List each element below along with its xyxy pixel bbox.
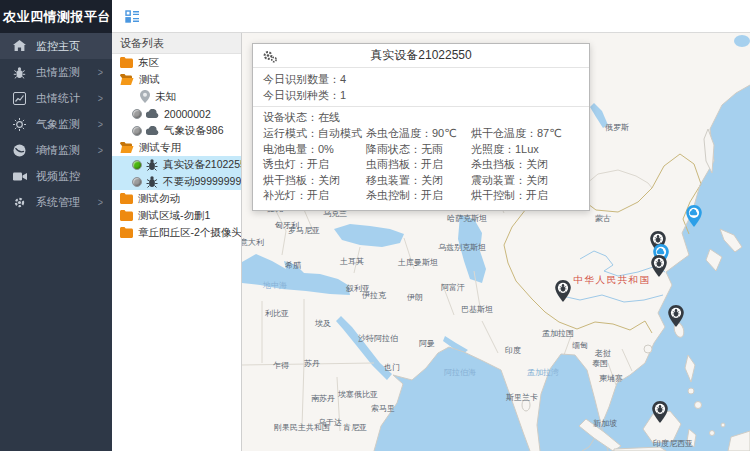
device-settings-gears-icon[interactable]: [262, 49, 278, 64]
device-tree-label: 未知: [155, 90, 176, 104]
popup-telemetry-cell: 补光灯：开启: [263, 188, 366, 204]
device-tree-label: 测试: [139, 73, 160, 87]
popup-telemetry-grid: 运行模式：自动模式杀虫仓温度：90℃烘干仓温度：87℃电池电量：0%降雨状态：无…: [253, 125, 589, 210]
sidebar: 农业四情测报平台 监控主页虫情监测>虫情统计>气象监测>墒情监测>视频监控系统管…: [0, 0, 112, 451]
app-title: 农业四情测报平台: [0, 0, 112, 33]
popup-telemetry-cell: 移虫装置：关闭: [366, 173, 471, 189]
device-tree-label: 20000002: [164, 108, 211, 120]
sidebar-item-gear[interactable]: 系统管理>: [0, 189, 112, 215]
sidebar-item-bug[interactable]: 虫情监测>: [0, 59, 112, 85]
status-gray-dot: [132, 109, 142, 119]
cloud-icon: [146, 109, 159, 118]
folder-open-icon: [120, 74, 134, 85]
sidebar-item-camera[interactable]: 视频监控: [0, 163, 112, 189]
weather-device-marker[interactable]: [686, 205, 702, 227]
bug-icon: [146, 175, 158, 188]
camera-icon: [12, 171, 27, 182]
chevron-right-icon: >: [98, 144, 103, 157]
sidebar-item-label: 虫情统计: [36, 91, 80, 106]
cloud-icon: [146, 126, 159, 135]
list-layout-icon[interactable]: [125, 10, 140, 23]
popup-telemetry-cell: 光照度：1Lux: [471, 142, 579, 158]
sidebar-item-home[interactable]: 监控主页: [0, 33, 112, 59]
device-info-popup: 真实设备21022550 今日识别数量：4今日识别种类：1 设备状态：在线 运行…: [252, 43, 590, 211]
app-window: 农业四情测报平台 监控主页虫情监测>虫情统计>气象监测>墒情监测>视频监控系统管…: [0, 0, 750, 451]
device-tree-row[interactable]: 章丘阳丘区-2个摄像头: [112, 224, 241, 241]
popup-telemetry-cell: 烘干仓温度：87℃: [471, 126, 579, 142]
sidebar-item-label: 虫情监测: [36, 65, 80, 80]
chevron-right-icon: >: [98, 66, 103, 79]
popup-device-title: 真实设备21022550: [370, 47, 471, 64]
device-list-header: 设备列表: [112, 33, 241, 54]
chevron-right-icon: >: [98, 118, 103, 131]
device-tree-label: 测试勿动: [138, 192, 180, 206]
insect-device-marker[interactable]: [651, 255, 667, 277]
chevron-right-icon: >: [98, 196, 103, 209]
device-tree-label: 东区: [138, 56, 159, 70]
sidebar-item-label: 墒情监测: [36, 143, 80, 158]
insect-device-marker[interactable]: [652, 401, 668, 423]
device-tree-row[interactable]: 测试: [112, 71, 241, 88]
device-tree-row[interactable]: 未知: [112, 88, 241, 105]
chevron-right-icon: >: [98, 92, 103, 105]
popup-telemetry-cell: 降雨状态：无雨: [366, 142, 471, 158]
folder-open-icon: [120, 142, 134, 153]
device-tree-label: 测试专用: [139, 141, 181, 155]
device-tree-row[interactable]: 20000002: [112, 105, 241, 122]
insect-device-marker[interactable]: [668, 305, 684, 327]
device-tree: 东区测试未知20000002气象设备986测试专用真实设备21022550不要动…: [112, 54, 241, 241]
world-map[interactable]: 俄罗斯哈萨克斯坦乌克兰捷克匈牙利罗马尼亚意大利希腊土耳其地中海叙利亚伊拉克伊朗阿…: [242, 33, 750, 451]
popup-telemetry-cell: 烘干控制：开启: [471, 188, 579, 204]
folder-icon: [120, 210, 133, 221]
sidebar-menu: 监控主页虫情监测>虫情统计>气象监测>墒情监测>视频监控系统管理>: [0, 33, 112, 215]
popup-telemetry-cell: 电池电量：0%: [263, 142, 366, 158]
status-green-dot: [132, 160, 142, 170]
bug-icon: [12, 66, 27, 79]
sidebar-item-label: 系统管理: [36, 195, 80, 210]
popup-device-status: 设备状态：在线: [253, 107, 589, 125]
popup-telemetry-cell: 运行模式：自动模式: [263, 126, 366, 142]
globe-icon: [12, 144, 27, 157]
sidebar-item-label: 监控主页: [36, 39, 80, 54]
device-tree-label: 测试区域-勿删1: [138, 209, 210, 223]
popup-telemetry-cell: 诱虫灯：开启: [263, 157, 366, 173]
gear-icon: [12, 196, 27, 209]
device-tree-label: 章丘阳丘区-2个摄像头: [138, 226, 241, 240]
device-tree-row[interactable]: 不要动99999999: [112, 173, 241, 190]
popup-today-stats: 今日识别数量：4今日识别种类：1: [253, 68, 589, 107]
chart-icon: [12, 92, 27, 105]
folder-icon: [120, 57, 133, 68]
sidebar-item-sun[interactable]: 气象监测>: [0, 111, 112, 137]
device-tree-row[interactable]: 真实设备21022550: [112, 156, 241, 173]
device-tree-row[interactable]: 测试专用: [112, 139, 241, 156]
sidebar-item-label: 气象监测: [36, 117, 80, 132]
popup-telemetry-cell: 杀虫控制：开启: [366, 188, 471, 204]
device-tree-label: 真实设备21022550: [163, 158, 241, 172]
popup-header: 真实设备21022550: [253, 44, 589, 68]
device-list-panel: 设备列表 东区测试未知20000002气象设备986测试专用真实设备210225…: [112, 33, 242, 451]
folder-icon: [120, 227, 133, 238]
insect-device-marker[interactable]: [555, 280, 571, 302]
device-tree-row[interactable]: 测试区域-勿删1: [112, 207, 241, 224]
popup-today-line: 今日识别数量：4: [263, 71, 579, 87]
folder-icon: [120, 193, 133, 204]
popup-telemetry-cell: 杀虫仓温度：90℃: [366, 126, 471, 142]
sidebar-item-globe[interactable]: 墒情监测>: [0, 137, 112, 163]
popup-today-line: 今日识别种类：1: [263, 87, 579, 103]
home-icon: [12, 40, 27, 52]
device-tree-row[interactable]: 东区: [112, 54, 241, 71]
status-gray-dot: [132, 126, 142, 136]
topbar: [112, 0, 750, 33]
device-tree-row[interactable]: 测试勿动: [112, 190, 241, 207]
popup-telemetry-cell: 震动装置：关闭: [471, 173, 579, 189]
sidebar-item-chart[interactable]: 虫情统计>: [0, 85, 112, 111]
device-tree-label: 气象设备986: [164, 124, 224, 138]
popup-telemetry-cell: 烘干挡板：关闭: [263, 173, 366, 189]
sidebar-item-label: 视频监控: [36, 169, 80, 184]
popup-telemetry-cell: 杀虫挡板：关闭: [471, 157, 579, 173]
bug-icon: [146, 158, 158, 171]
status-gray-dot: [132, 177, 142, 187]
device-tree-row[interactable]: 气象设备986: [112, 122, 241, 139]
device-tree-label: 不要动99999999: [163, 175, 241, 189]
sun-icon: [12, 118, 27, 131]
